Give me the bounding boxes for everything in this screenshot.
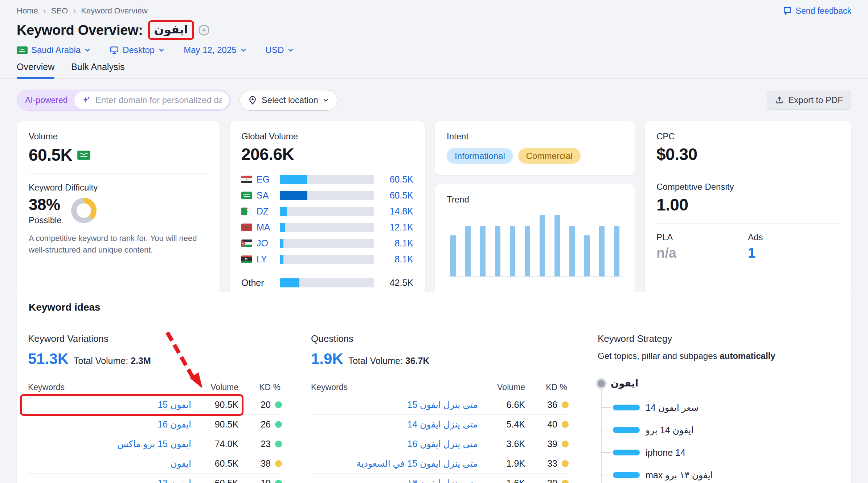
keyword-link[interactable]: متى ينزل ايفون 15 في السعودية <box>311 458 478 469</box>
toolbar: AI-powered Select location Export to PDF <box>0 90 868 111</box>
location-pin-icon <box>248 95 257 105</box>
flag-sa-icon <box>241 192 252 199</box>
country-code[interactable]: LY <box>257 254 275 265</box>
tab-overview[interactable]: Overview <box>17 62 54 78</box>
strategy-subtitle: Get topics, pillar and subpages automati… <box>598 351 838 361</box>
country-code[interactable]: EG <box>257 174 275 185</box>
country-code[interactable]: DZ <box>257 206 275 217</box>
breadcrumb-home[interactable]: Home <box>17 6 38 16</box>
country-code[interactable]: JO <box>257 238 275 249</box>
keyword-ideas-card: Keyword ideas Keyword Variations 51.3K T… <box>17 292 851 483</box>
kd-dot <box>275 421 282 428</box>
divider <box>656 223 839 224</box>
intent-card: Intent Informational Commercial <box>435 121 635 175</box>
table-row: ايفون 15 برو ماكس 74.0K 23 <box>28 434 282 454</box>
table-row: متى ينزل ايفون 14 5.4K 40 <box>311 415 569 434</box>
questions-section: Questions 1.9K Total Volume: 36.7K Keywo… <box>311 333 569 483</box>
ai-domain-group: AI-powered <box>17 90 231 111</box>
chevron-down-icon <box>240 47 247 53</box>
trend-bar <box>584 235 590 277</box>
tabs-bar: Overview Bulk Analysis <box>0 62 868 79</box>
strategy-title: Keyword Strategy <box>598 333 838 344</box>
trend-bar <box>614 226 619 277</box>
country-code[interactable]: SA <box>257 190 275 201</box>
tab-bulk-analysis[interactable]: Bulk Analysis <box>71 62 124 78</box>
cpc-value: $0.30 <box>656 144 839 164</box>
table-row: ايفون 13 60.5K 19 <box>28 474 282 483</box>
other-row: Other 42.5K <box>241 275 413 291</box>
keyword-link[interactable]: متى ينزل ايفون 15 <box>311 400 478 410</box>
send-feedback-link[interactable]: Send feedback <box>783 6 851 16</box>
country-volume: 12.1K <box>378 222 413 233</box>
page-header: Home › SEO › Keyword Overview Send feedb… <box>0 0 868 55</box>
divider <box>656 173 839 173</box>
domain-input[interactable] <box>95 95 222 105</box>
country-row: EG 60.5K <box>241 171 413 187</box>
keyword-link[interactable]: ايفون 15 <box>28 400 191 410</box>
table-row: متى ينزل ايفون 15 في السعودية 1.9K 33 <box>311 454 569 474</box>
kd-dot <box>562 441 569 447</box>
volume-bar <box>280 207 374 216</box>
chevron-down-icon <box>287 47 294 53</box>
keyword-link[interactable]: ايفون 15 برو ماكس <box>28 439 191 449</box>
trend-bar <box>450 235 456 277</box>
keyword-link[interactable]: متى ينزل ايفون ١٣ <box>311 478 478 483</box>
title-keyword: ايفون <box>154 22 188 36</box>
trend-bar <box>569 226 575 277</box>
add-keyword-icon[interactable] <box>198 24 210 36</box>
flag-ly-icon <box>241 255 252 263</box>
currency-filter[interactable]: USD <box>266 45 294 55</box>
questions-count[interactable]: 1.9K <box>311 350 343 368</box>
keyword-link[interactable]: ايفون 13 <box>28 478 191 483</box>
device-filter[interactable]: Desktop <box>110 45 165 55</box>
tree-connector <box>601 407 611 408</box>
keyword-link[interactable]: ايفون 16 <box>28 419 191 430</box>
country-row: LY 8.1K <box>241 251 413 267</box>
intent-badge-commercial[interactable]: Commercial <box>518 148 581 164</box>
table-header: Keywords Volume KD % <box>28 380 282 395</box>
feedback-bubble-icon <box>783 6 792 16</box>
flag-ma-icon <box>241 224 252 231</box>
trend-bar <box>554 215 560 277</box>
volume-kd-card: Volume 60.5K Keyword Difficulty 38% Poss… <box>17 121 220 301</box>
date-filter[interactable]: May 12, 2025 <box>184 45 246 55</box>
breadcrumb: Home › SEO › Keyword Overview <box>17 6 148 16</box>
country-row: JO 8.1K <box>241 235 413 251</box>
table-row: متى ينزل ايفون ١٣ 1.6K 30 <box>311 474 569 483</box>
breadcrumb-seo[interactable]: SEO <box>51 6 68 16</box>
chevron-down-icon <box>158 47 165 53</box>
export-to-pdf-button[interactable]: Export to PDF <box>767 91 851 110</box>
global-volume-label: Global Volume <box>241 131 413 142</box>
keyword-strategy-section: Keyword Strategy Get topics, pillar and … <box>598 333 838 483</box>
questions-title: Questions <box>311 333 569 344</box>
breadcrumb-keyword-overview[interactable]: Keyword Overview <box>81 6 147 16</box>
cpc-card: CPC $0.30 Competitive Density 1.00 PLA n… <box>644 121 851 301</box>
kd-dot <box>275 460 282 467</box>
kd-dot <box>562 401 569 408</box>
ai-powered-badge: AI-powered <box>19 95 74 105</box>
strategy-child-label: iphone 14 <box>646 447 685 458</box>
keyword-link[interactable]: متى ينزل ايفون 16 <box>311 439 478 449</box>
select-location-dropdown[interactable]: Select location <box>239 90 337 111</box>
country-volume: 14.8K <box>378 206 413 217</box>
ads-value[interactable]: 1 <box>748 245 839 261</box>
trend-bar <box>540 215 545 277</box>
strategy-root-keyword: ايفون <box>611 378 638 389</box>
volume-bar <box>280 223 374 232</box>
domain-input-wrap <box>74 91 229 109</box>
country-volume: 8.1K <box>378 254 413 265</box>
kd-dot <box>275 401 282 408</box>
trend-chart <box>447 215 623 277</box>
variations-count[interactable]: 51.3K <box>28 350 69 368</box>
keyword-ideas-title: Keyword ideas <box>17 292 851 322</box>
trend-bar <box>465 226 471 277</box>
cpc-label: CPC <box>656 131 839 142</box>
global-volume-card: Global Volume 206.6K EG 60.5K SA 60.5K D… <box>229 121 425 301</box>
intent-badge-informational[interactable]: Informational <box>447 148 513 164</box>
trend-bar <box>480 226 486 277</box>
keyword-link[interactable]: ايفون <box>28 458 191 469</box>
kd-dot <box>275 441 282 447</box>
country-code[interactable]: MA <box>257 222 275 233</box>
country-filter[interactable]: Saudi Arabia <box>17 45 91 55</box>
keyword-link[interactable]: متى ينزل ايفون 14 <box>311 419 478 430</box>
